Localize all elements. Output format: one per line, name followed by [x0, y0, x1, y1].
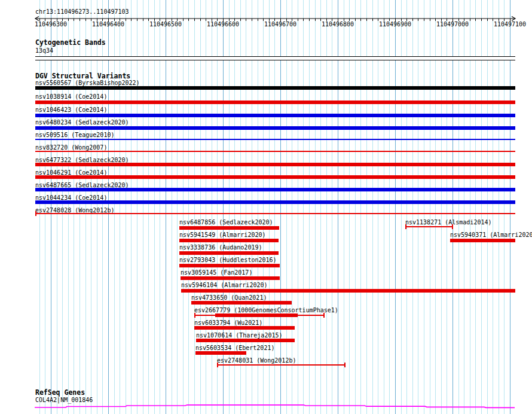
variant-label: esv2748031 (Wong2012b) [217, 357, 296, 364]
variant-glyph[interactable] [179, 226, 279, 230]
ruler-minor-tick [475, 19, 476, 21]
ruler-minor-tick [298, 19, 298, 21]
ruler-minor-tick [137, 19, 137, 21]
ruler-minor-tick [148, 19, 149, 21]
variant-glyph[interactable] [179, 264, 280, 267]
variant-label: nsv6487856 (Sedlazeck2020) [179, 219, 273, 226]
variant-glyph[interactable] [181, 289, 515, 293]
variant-glyph[interactable] [35, 126, 515, 130]
variant-glyph[interactable] [191, 301, 292, 305]
variant-label: nsv509516 (Teague2010) [35, 132, 114, 139]
variant-glyph[interactable] [217, 364, 346, 366]
variant-glyph[interactable] [35, 200, 515, 204]
variant-glyph[interactable] [405, 226, 453, 227]
variant-glyph[interactable] [35, 114, 515, 117]
ruler-minor-tick [430, 19, 430, 21]
ruler-tick-label: 110497100 [494, 21, 526, 28]
variant-glyph[interactable] [179, 239, 279, 242]
variant-glyph[interactable] [181, 276, 280, 280]
variant-label: nsv1046423 (Coe2014) [35, 106, 107, 114]
ruler-tick-label: 110496700 [264, 21, 296, 28]
variant-glyph[interactable] [35, 139, 515, 140]
variant-glyph[interactable] [452, 224, 453, 229]
ruler-minor-tick [303, 19, 304, 21]
variant-label: nsv2793043 (Huddleston2016) [179, 257, 277, 264]
section-header-refseq-genes: RefSeq Genes [35, 389, 85, 397]
variant-glyph[interactable] [35, 213, 515, 214]
ruler-minor-tick [372, 19, 373, 21]
variant-glyph[interactable] [35, 211, 36, 216]
ruler-minor-tick [91, 19, 91, 21]
ruler-tick-label: 110496800 [322, 21, 354, 28]
ruler-minor-tick [200, 19, 201, 21]
section-header-cytogenetic-bands: Cytogenetic Bands [35, 39, 106, 47]
ruler-minor-tick [481, 19, 482, 21]
variant-label: nsv5940371 (Almarri2020 [450, 232, 532, 239]
ruler-minor-tick [309, 19, 310, 21]
ruler-minor-tick [355, 19, 356, 21]
ruler-tick-label: 110496900 [379, 21, 411, 28]
ruler-minor-tick [194, 19, 195, 21]
cytoband-label: 13q34 [35, 47, 53, 54]
ruler-minor-tick [80, 19, 80, 21]
ruler-minor-tick [126, 19, 126, 21]
ruler-minor-tick [263, 19, 264, 21]
variant-glyph[interactable] [35, 151, 515, 152]
ruler-minor-tick [206, 19, 206, 21]
variant-glyph[interactable] [450, 239, 515, 242]
variant-label: nsv3338736 (Audano2019) [179, 244, 262, 251]
variant-glyph[interactable] [35, 86, 515, 90]
ruler-minor-tick [378, 19, 378, 21]
ruler-minor-tick [85, 19, 86, 21]
variant-glyph[interactable] [194, 326, 295, 330]
ruler-tick-label: 110497000 [436, 21, 469, 28]
variant-glyph[interactable] [35, 163, 515, 166]
ruler-minor-tick [366, 19, 367, 21]
variant-glyph[interactable] [217, 363, 218, 367]
ruler-tick-label: 110496500 [149, 21, 182, 28]
ruler-minor-tick [74, 19, 74, 21]
ruler-minor-tick [188, 19, 189, 21]
variant-label: nsv1138271 (Alsmadi2014) [405, 219, 492, 226]
ruler-minor-tick [252, 19, 252, 21]
ruler-minor-tick [487, 19, 488, 21]
ruler-minor-tick [68, 19, 69, 21]
variant-glyph[interactable] [35, 188, 515, 191]
variant-glyph[interactable] [35, 101, 515, 104]
ruler-tick-label: 110496400 [92, 21, 124, 28]
region-title: chr13:110496273..110497103 [35, 8, 129, 16]
variant-label: nsv1038914 (Coe2014) [35, 93, 107, 101]
variant-label: nsv3059145 (Fan2017) [181, 269, 252, 276]
variant-glyph[interactable] [215, 313, 298, 317]
ruler-minor-tick [131, 19, 132, 21]
variant-glyph[interactable] [323, 313, 325, 318]
ruler-tick-label: 110496300 [35, 21, 67, 28]
ruler-minor-tick [470, 19, 470, 21]
ruler-minor-tick [418, 19, 418, 21]
ruler-minor-tick [435, 19, 436, 21]
ruler-minor-tick [143, 19, 143, 21]
variant-glyph[interactable] [344, 363, 346, 367]
variant-glyph[interactable] [179, 251, 279, 255]
variant-glyph[interactable] [35, 175, 515, 179]
genome-browser-canvas: chr13:110496273..110497103 1104963001104… [0, 0, 532, 414]
ruler-minor-tick [183, 19, 184, 21]
variant-label: nsv5941549 (Almarri2020) [179, 232, 266, 239]
variant-glyph[interactable] [194, 313, 195, 318]
ruler-minor-tick [493, 19, 493, 21]
ruler-minor-tick [320, 19, 321, 21]
variant-glyph[interactable] [405, 224, 406, 229]
ruler-minor-tick [360, 19, 361, 21]
variant-label: nsv5946104 (Almarri2020) [181, 282, 268, 289]
variant-glyph[interactable] [195, 351, 246, 355]
variant-label: nsv6480234 (Sedlazeck2020) [35, 119, 129, 126]
ruler-minor-tick [246, 19, 246, 21]
cytoband-box[interactable] [35, 56, 515, 60]
ruler-minor-tick [240, 19, 241, 21]
ruler-minor-tick [424, 19, 424, 21]
variant-glyph[interactable] [196, 339, 295, 342]
ruler-minor-tick [412, 19, 413, 21]
gene-model-line[interactable] [35, 405, 515, 408]
ruler-tick-label: 110496600 [207, 21, 239, 28]
ruler-minor-tick [258, 19, 258, 21]
